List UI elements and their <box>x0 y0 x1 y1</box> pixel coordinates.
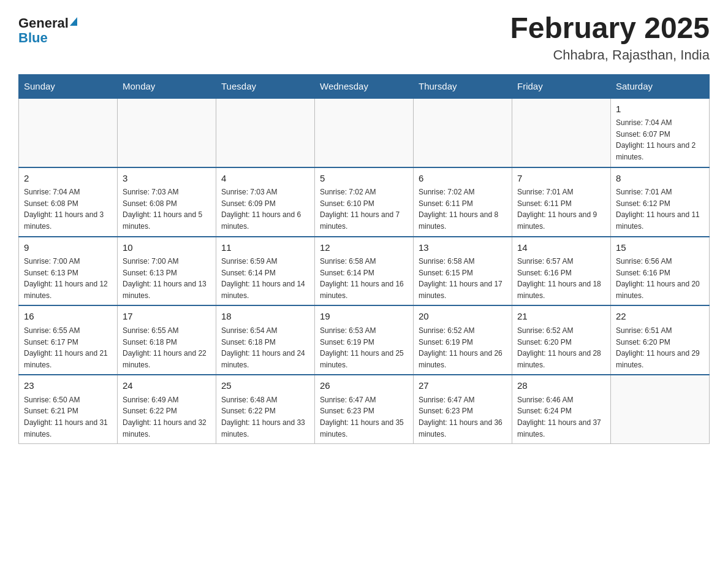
calendar-cell: 4Sunrise: 7:03 AM Sunset: 6:09 PM Daylig… <box>216 167 315 237</box>
calendar-cell: 14Sunrise: 6:57 AM Sunset: 6:16 PM Dayli… <box>512 237 611 306</box>
day-info: Sunrise: 6:48 AM Sunset: 6:22 PM Dayligh… <box>221 394 309 440</box>
calendar-cell: 8Sunrise: 7:01 AM Sunset: 6:12 PM Daylig… <box>611 167 710 237</box>
calendar-cell: 26Sunrise: 6:47 AM Sunset: 6:23 PM Dayli… <box>315 375 414 443</box>
day-number: 28 <box>517 379 605 393</box>
calendar-cell: 15Sunrise: 6:56 AM Sunset: 6:16 PM Dayli… <box>611 237 710 306</box>
day-number: 19 <box>320 310 408 324</box>
day-info: Sunrise: 6:53 AM Sunset: 6:19 PM Dayligh… <box>320 325 408 370</box>
weekday-header-tuesday: Tuesday <box>216 74 315 98</box>
logo-blue: Blue <box>18 31 48 45</box>
calendar-table: SundayMondayTuesdayWednesdayThursdayFrid… <box>18 74 710 444</box>
calendar-subtitle: Chhabra, Rajasthan, India <box>510 47 710 63</box>
calendar-cell: 6Sunrise: 7:02 AM Sunset: 6:11 PM Daylig… <box>414 167 512 237</box>
day-info: Sunrise: 6:50 AM Sunset: 6:21 PM Dayligh… <box>24 394 112 440</box>
day-info: Sunrise: 7:02 AM Sunset: 6:10 PM Dayligh… <box>320 186 408 232</box>
calendar-cell: 24Sunrise: 6:49 AM Sunset: 6:22 PM Dayli… <box>118 375 216 443</box>
calendar-cell: 3Sunrise: 7:03 AM Sunset: 6:08 PM Daylig… <box>118 167 216 237</box>
calendar-body: 1Sunrise: 7:04 AM Sunset: 6:07 PM Daylig… <box>19 98 710 444</box>
day-info: Sunrise: 6:54 AM Sunset: 6:18 PM Dayligh… <box>221 325 309 370</box>
calendar-cell: 9Sunrise: 7:00 AM Sunset: 6:13 PM Daylig… <box>19 237 118 306</box>
calendar-cell: 19Sunrise: 6:53 AM Sunset: 6:19 PM Dayli… <box>315 305 414 375</box>
calendar-week-row: 16Sunrise: 6:55 AM Sunset: 6:17 PM Dayli… <box>19 305 710 375</box>
weekday-header-monday: Monday <box>118 74 216 98</box>
calendar-cell: 28Sunrise: 6:46 AM Sunset: 6:24 PM Dayli… <box>512 375 611 443</box>
calendar-title: February 2025 <box>510 12 710 45</box>
day-number: 3 <box>123 172 211 186</box>
calendar-cell: 12Sunrise: 6:58 AM Sunset: 6:14 PM Dayli… <box>315 237 414 306</box>
logo-arrow-icon <box>70 17 77 26</box>
calendar-cell: 5Sunrise: 7:02 AM Sunset: 6:10 PM Daylig… <box>315 167 414 237</box>
logo-general: General <box>18 16 69 31</box>
calendar-cell: 16Sunrise: 6:55 AM Sunset: 6:17 PM Dayli… <box>19 305 118 375</box>
calendar-cell: 2Sunrise: 7:04 AM Sunset: 6:08 PM Daylig… <box>19 167 118 237</box>
title-block: February 2025 Chhabra, Rajasthan, India <box>510 12 710 63</box>
day-number: 26 <box>320 379 408 393</box>
day-number: 25 <box>221 379 309 393</box>
day-info: Sunrise: 7:04 AM Sunset: 6:08 PM Dayligh… <box>24 186 112 232</box>
calendar-cell <box>118 98 216 167</box>
day-number: 7 <box>517 172 605 186</box>
weekday-header-thursday: Thursday <box>414 74 512 98</box>
weekday-header-saturday: Saturday <box>611 74 710 98</box>
day-info: Sunrise: 6:55 AM Sunset: 6:18 PM Dayligh… <box>123 325 211 370</box>
calendar-cell: 11Sunrise: 6:59 AM Sunset: 6:14 PM Dayli… <box>216 237 315 306</box>
weekday-header-row: SundayMondayTuesdayWednesdayThursdayFrid… <box>19 74 710 98</box>
day-info: Sunrise: 7:02 AM Sunset: 6:11 PM Dayligh… <box>419 186 507 232</box>
calendar-cell: 21Sunrise: 6:52 AM Sunset: 6:20 PM Dayli… <box>512 305 611 375</box>
calendar-week-row: 9Sunrise: 7:00 AM Sunset: 6:13 PM Daylig… <box>19 237 710 306</box>
day-number: 5 <box>320 172 408 186</box>
day-info: Sunrise: 7:01 AM Sunset: 6:11 PM Dayligh… <box>517 186 605 232</box>
day-info: Sunrise: 6:56 AM Sunset: 6:16 PM Dayligh… <box>616 256 704 301</box>
page-header: General Blue February 2025 Chhabra, Raja… <box>18 12 710 63</box>
calendar-cell: 1Sunrise: 7:04 AM Sunset: 6:07 PM Daylig… <box>611 98 710 167</box>
logo: General Blue <box>18 16 77 45</box>
calendar-cell: 18Sunrise: 6:54 AM Sunset: 6:18 PM Dayli… <box>216 305 315 375</box>
day-info: Sunrise: 7:01 AM Sunset: 6:12 PM Dayligh… <box>616 186 704 232</box>
calendar-week-row: 2Sunrise: 7:04 AM Sunset: 6:08 PM Daylig… <box>19 167 710 237</box>
day-number: 13 <box>419 241 507 255</box>
calendar-cell: 13Sunrise: 6:58 AM Sunset: 6:15 PM Dayli… <box>414 237 512 306</box>
day-info: Sunrise: 7:03 AM Sunset: 6:08 PM Dayligh… <box>123 186 211 232</box>
calendar-cell <box>19 98 118 167</box>
day-number: 16 <box>24 310 112 324</box>
day-number: 4 <box>221 172 309 186</box>
calendar-cell <box>512 98 611 167</box>
calendar-cell: 25Sunrise: 6:48 AM Sunset: 6:22 PM Dayli… <box>216 375 315 443</box>
calendar-cell: 20Sunrise: 6:52 AM Sunset: 6:19 PM Dayli… <box>414 305 512 375</box>
day-number: 11 <box>221 241 309 255</box>
day-number: 2 <box>24 172 112 186</box>
calendar-cell: 23Sunrise: 6:50 AM Sunset: 6:21 PM Dayli… <box>19 375 118 443</box>
weekday-header-sunday: Sunday <box>19 74 118 98</box>
day-info: Sunrise: 6:47 AM Sunset: 6:23 PM Dayligh… <box>419 394 507 440</box>
day-number: 12 <box>320 241 408 255</box>
day-number: 20 <box>419 310 507 324</box>
day-number: 23 <box>24 379 112 393</box>
calendar-week-row: 1Sunrise: 7:04 AM Sunset: 6:07 PM Daylig… <box>19 98 710 167</box>
day-info: Sunrise: 6:59 AM Sunset: 6:14 PM Dayligh… <box>221 256 309 301</box>
calendar-cell <box>611 375 710 443</box>
day-info: Sunrise: 7:04 AM Sunset: 6:07 PM Dayligh… <box>616 117 704 163</box>
calendar-header: SundayMondayTuesdayWednesdayThursdayFrid… <box>19 74 710 98</box>
day-number: 6 <box>419 172 507 186</box>
day-info: Sunrise: 6:49 AM Sunset: 6:22 PM Dayligh… <box>123 394 211 440</box>
day-number: 15 <box>616 241 704 255</box>
day-number: 9 <box>24 241 112 255</box>
day-info: Sunrise: 6:46 AM Sunset: 6:24 PM Dayligh… <box>517 394 605 440</box>
weekday-header-wednesday: Wednesday <box>315 74 414 98</box>
day-number: 21 <box>517 310 605 324</box>
calendar-cell <box>414 98 512 167</box>
day-number: 17 <box>123 310 211 324</box>
calendar-cell: 17Sunrise: 6:55 AM Sunset: 6:18 PM Dayli… <box>118 305 216 375</box>
day-info: Sunrise: 6:51 AM Sunset: 6:20 PM Dayligh… <box>616 325 704 370</box>
day-info: Sunrise: 6:57 AM Sunset: 6:16 PM Dayligh… <box>517 256 605 301</box>
day-info: Sunrise: 6:47 AM Sunset: 6:23 PM Dayligh… <box>320 394 408 440</box>
day-info: Sunrise: 7:03 AM Sunset: 6:09 PM Dayligh… <box>221 186 309 232</box>
day-number: 18 <box>221 310 309 324</box>
weekday-header-friday: Friday <box>512 74 611 98</box>
day-number: 8 <box>616 172 704 186</box>
day-number: 24 <box>123 379 211 393</box>
day-info: Sunrise: 7:00 AM Sunset: 6:13 PM Dayligh… <box>123 256 211 301</box>
day-info: Sunrise: 6:55 AM Sunset: 6:17 PM Dayligh… <box>24 325 112 370</box>
day-number: 22 <box>616 310 704 324</box>
calendar-cell <box>216 98 315 167</box>
